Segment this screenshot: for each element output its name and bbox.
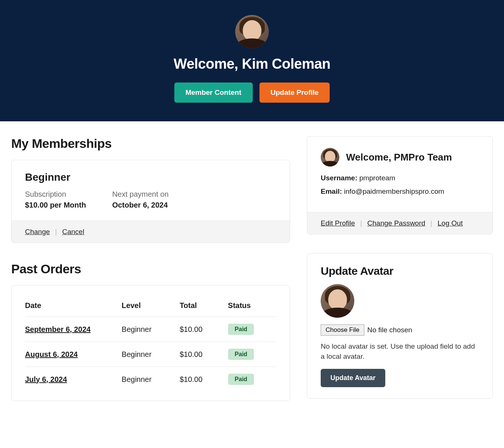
memberships-heading: My Memberships bbox=[11, 136, 290, 151]
username-line: Username: pmproteam bbox=[321, 174, 479, 182]
order-total: $10.00 bbox=[180, 325, 228, 334]
separator: | bbox=[430, 219, 432, 227]
order-level: Beginner bbox=[122, 325, 180, 334]
orders-table-header: Date Level Total Status bbox=[25, 295, 276, 317]
order-level: Beginner bbox=[122, 350, 180, 359]
orders-card: Date Level Total Status September 6, 202… bbox=[11, 285, 290, 401]
update-avatar-heading: Update Avatar bbox=[321, 265, 479, 277]
file-chosen-text: No file chosen bbox=[367, 326, 412, 334]
past-orders-heading: Past Orders bbox=[11, 262, 290, 276]
table-row: July 6, 2024Beginner$10.00Paid bbox=[25, 367, 276, 392]
order-total: $10.00 bbox=[180, 350, 228, 359]
status-badge: Paid bbox=[228, 349, 254, 360]
status-badge: Paid bbox=[228, 374, 254, 385]
change-link[interactable]: Change bbox=[25, 228, 50, 236]
email-line: Email: info@paidmembershipspro.com bbox=[321, 187, 479, 196]
member-content-button[interactable]: Member Content bbox=[174, 83, 253, 103]
status-badge: Paid bbox=[228, 324, 254, 335]
order-level: Beginner bbox=[122, 375, 180, 384]
welcome-title: Welcome, Kim Coleman bbox=[7, 56, 497, 72]
update-avatar-button[interactable]: Update Avatar bbox=[321, 369, 385, 387]
avatar-note: No local avatar is set. Use the upload f… bbox=[321, 342, 479, 361]
table-row: September 6, 2024Beginner$10.00Paid bbox=[25, 317, 276, 342]
subscription-value: $10.00 per Month bbox=[25, 201, 86, 209]
order-date-link[interactable]: August 6, 2024 bbox=[25, 350, 78, 358]
order-total: $10.00 bbox=[180, 375, 228, 384]
col-date: Date bbox=[25, 301, 122, 310]
table-row: August 6, 2024Beginner$10.00Paid bbox=[25, 342, 276, 367]
update-profile-button[interactable]: Update Profile bbox=[259, 83, 330, 103]
membership-card: Beginner Subscription $10.00 per Month N… bbox=[11, 160, 290, 243]
membership-level-name: Beginner bbox=[25, 171, 276, 183]
update-avatar-card: Update Avatar Choose File No file chosen… bbox=[307, 253, 493, 399]
subscription-label: Subscription bbox=[25, 190, 86, 199]
col-total: Total bbox=[180, 301, 228, 310]
current-avatar bbox=[321, 284, 354, 318]
separator: | bbox=[55, 228, 57, 236]
logout-link[interactable]: Log Out bbox=[438, 219, 463, 227]
profile-avatar bbox=[321, 148, 339, 167]
col-status: Status bbox=[228, 301, 276, 310]
profile-card: Welcome, PMPro Team Username: pmproteam … bbox=[307, 136, 493, 234]
profile-welcome: Welcome, PMPro Team bbox=[346, 152, 452, 163]
cancel-link[interactable]: Cancel bbox=[62, 228, 84, 236]
order-date-link[interactable]: July 6, 2024 bbox=[25, 375, 67, 383]
next-payment-value: October 6, 2024 bbox=[112, 201, 168, 209]
banner-avatar bbox=[235, 15, 269, 49]
next-payment-label: Next payment on bbox=[112, 190, 168, 199]
choose-file-button[interactable]: Choose File bbox=[321, 324, 364, 336]
edit-profile-link[interactable]: Edit Profile bbox=[321, 219, 355, 227]
welcome-banner: Welcome, Kim Coleman Member Content Upda… bbox=[0, 0, 504, 121]
change-password-link[interactable]: Change Password bbox=[367, 219, 425, 227]
order-date-link[interactable]: September 6, 2024 bbox=[25, 325, 91, 333]
col-level: Level bbox=[122, 301, 180, 310]
separator: | bbox=[360, 219, 362, 227]
